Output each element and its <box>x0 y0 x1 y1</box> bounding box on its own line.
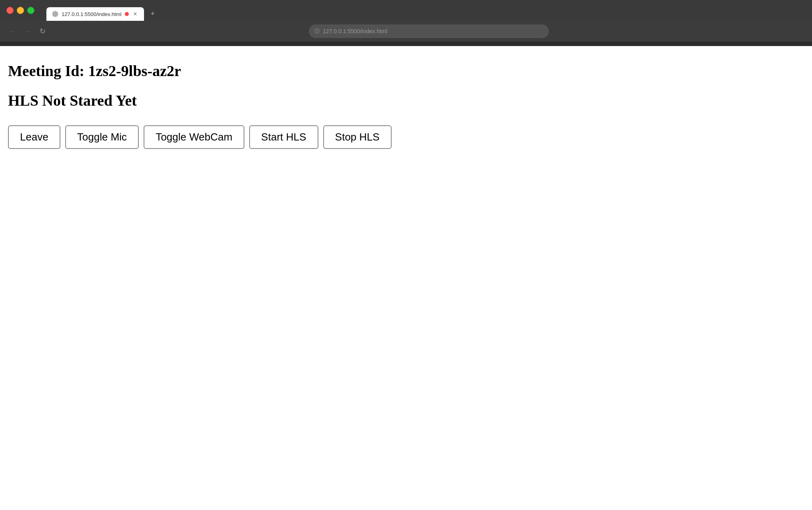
browser-tab[interactable]: 127.0.0.1:5500/index.html ✕ <box>46 7 144 21</box>
toggle-mic-button[interactable]: Toggle Mic <box>65 125 139 149</box>
meeting-id-heading: Meeting Id: 1zs2-9lbs-az2r <box>8 62 804 80</box>
traffic-lights <box>6 7 34 14</box>
toggle-webcam-button[interactable]: Toggle WebCam <box>144 125 244 149</box>
close-window-button[interactable] <box>6 7 14 14</box>
start-hls-button[interactable]: Start HLS <box>249 125 318 149</box>
hls-status-heading: HLS Not Stared Yet <box>8 92 804 109</box>
leave-button[interactable]: Leave <box>8 125 60 149</box>
address-bar[interactable]: ⓘ 127.0.0.1:5500/index.html <box>309 24 549 38</box>
minimize-window-button[interactable] <box>17 7 24 14</box>
tab-close-button[interactable]: ✕ <box>132 11 138 17</box>
back-button[interactable]: ← <box>6 26 18 37</box>
controls-row: Leave Toggle Mic Toggle WebCam Start HLS… <box>8 125 804 149</box>
tab-title: 127.0.0.1:5500/index.html <box>62 11 122 17</box>
address-host: 127.0.0.1:5500/index.html <box>323 28 387 34</box>
new-tab-button[interactable]: + <box>147 8 158 19</box>
security-icon: ⓘ <box>314 28 320 35</box>
maximize-window-button[interactable] <box>27 7 34 14</box>
browser-chrome: 127.0.0.1:5500/index.html ✕ + ← → ↻ ⓘ 12… <box>0 0 812 46</box>
reload-button[interactable]: ↻ <box>37 26 48 37</box>
tab-favicon <box>52 11 58 17</box>
address-bar-row: ← → ↻ ⓘ 127.0.0.1:5500/index.html <box>0 21 812 42</box>
stop-hls-button[interactable]: Stop HLS <box>323 125 392 149</box>
forward-button[interactable]: → <box>22 26 33 37</box>
address-text: 127.0.0.1:5500/index.html <box>323 28 387 34</box>
recording-indicator <box>125 12 129 16</box>
page-content: Meeting Id: 1zs2-9lbs-az2r HLS Not Stare… <box>0 46 812 510</box>
title-bar: 127.0.0.1:5500/index.html ✕ + <box>0 0 812 21</box>
